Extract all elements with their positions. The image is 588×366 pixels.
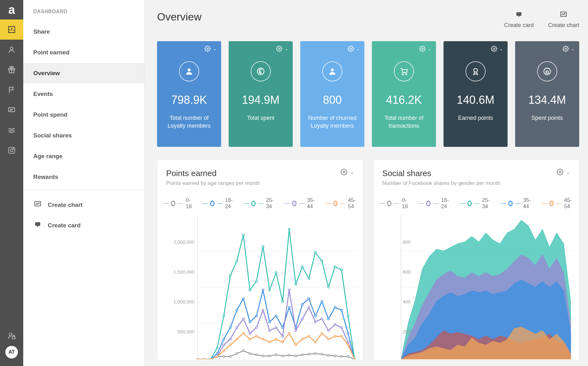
card-settings-button[interactable]: ⌄ — [276, 46, 288, 52]
legend-marker — [426, 201, 431, 206]
card-settings-button[interactable]: ⌄ — [204, 46, 217, 52]
panel-subtitle: Points earned by age ranges per month — [166, 180, 260, 186]
card-settings-button[interactable]: ⌄ — [348, 46, 360, 52]
panel-settings-button[interactable]: ⌄ — [340, 169, 354, 175]
sidebar-action-create-chart[interactable]: Create chart — [23, 195, 144, 215]
svg-point-139 — [229, 344, 231, 346]
svg-point-94 — [262, 246, 264, 247]
svg-point-55 — [334, 355, 336, 357]
legend-item[interactable]: ——45-54 — [325, 197, 357, 210]
flag-icon[interactable] — [0, 80, 23, 100]
svg-point-38 — [223, 356, 225, 358]
svg-point-18 — [350, 48, 352, 50]
y-tick: 400 — [382, 299, 411, 304]
card-label: Number of churned Loyalty members — [300, 114, 364, 130]
svg-point-80 — [334, 306, 336, 308]
card-settings-button[interactable]: ⌄ — [563, 46, 575, 52]
legend-item[interactable]: ——18-24 — [202, 197, 234, 210]
svg-point-90 — [236, 260, 238, 262]
svg-point-127 — [314, 321, 316, 323]
waves-icon[interactable] — [0, 120, 23, 140]
legend-label: 0-18 — [186, 197, 193, 210]
social-shares-panel: Social shares Number of Facebook shares … — [373, 159, 579, 361]
stat-card: ⌄416.2KTotal number of transactions — [372, 41, 436, 147]
legend-marker — [171, 201, 175, 206]
user-lock-icon[interactable] — [0, 326, 23, 346]
y-tick: 1,000,000 — [166, 299, 194, 304]
svg-point-51 — [308, 353, 310, 355]
svg-point-54 — [328, 354, 329, 356]
sidebar-item-share[interactable]: Share — [23, 21, 144, 42]
svg-point-151 — [308, 335, 310, 337]
svg-point-87 — [216, 347, 218, 349]
legend-item[interactable]: ——35-44 — [500, 197, 532, 210]
svg-point-14 — [207, 48, 209, 50]
dashboard-icon[interactable] — [0, 19, 23, 40]
svg-point-159 — [559, 171, 561, 173]
card-settings-button[interactable]: ⌄ — [419, 46, 432, 52]
legend-marker — [210, 201, 215, 206]
svg-point-41 — [242, 350, 244, 352]
svg-point-82 — [347, 332, 349, 334]
sidebar-item-events[interactable]: Events — [23, 84, 144, 104]
gift-icon[interactable] — [0, 60, 23, 80]
svg-point-67 — [249, 321, 251, 323]
sidebar-item-overview[interactable]: Overview — [23, 63, 144, 84]
legend-marker — [549, 201, 554, 206]
svg-point-102 — [314, 252, 316, 253]
legend-item[interactable]: ——45-54 — [542, 197, 573, 210]
panel-settings-button[interactable]: ⌄ — [557, 169, 570, 175]
svg-point-56 — [340, 356, 342, 358]
card-value: 194.9M — [242, 93, 280, 107]
svg-point-154 — [328, 338, 329, 340]
message-icon[interactable] — [0, 100, 23, 120]
sidebar-item-point-spend[interactable]: Point spend — [23, 104, 144, 125]
card-label: Total spent — [243, 114, 278, 122]
legend-item[interactable]: ——25-34 — [460, 197, 491, 210]
legend-item[interactable]: ——35-44 — [284, 197, 316, 210]
chevron-down-icon: ⌄ — [213, 46, 217, 52]
legend-label: 25-34 — [482, 197, 491, 210]
svg-point-50 — [301, 354, 303, 356]
svg-point-92 — [249, 289, 251, 291]
svg-point-8 — [9, 333, 12, 336]
legend-marker — [251, 201, 256, 206]
svg-point-132 — [347, 341, 349, 343]
svg-point-153 — [321, 332, 323, 334]
svg-point-15 — [188, 69, 190, 71]
panel-title: Points earned — [166, 169, 260, 178]
camera-icon[interactable] — [0, 140, 23, 160]
svg-point-44 — [262, 355, 264, 357]
legend-item[interactable]: ——18-24 — [418, 197, 450, 210]
svg-point-142 — [249, 338, 251, 340]
top-action-create-card[interactable]: Create card — [504, 11, 534, 29]
svg-point-107 — [347, 315, 349, 317]
svg-point-95 — [269, 289, 270, 291]
sidebar-item-point-earned[interactable]: Point earned — [23, 42, 144, 63]
svg-point-88 — [223, 315, 225, 317]
chevron-down-icon: ⌄ — [566, 169, 570, 175]
sidebar-item-rewards[interactable]: Rewards — [23, 167, 144, 187]
user-icon[interactable] — [0, 40, 23, 60]
legend-item[interactable]: ——0-18 — [379, 197, 409, 210]
panel-title: Social shares — [382, 169, 500, 178]
legend-item[interactable]: ——0-18 — [163, 197, 193, 210]
svg-point-48 — [288, 354, 290, 356]
legend-item[interactable]: ——25-34 — [243, 197, 275, 210]
svg-point-47 — [282, 355, 284, 357]
sidebar-item-age-range[interactable]: Age range — [23, 146, 144, 167]
sidebar-item-social-shares[interactable]: Social shares — [23, 125, 144, 146]
user-avatar[interactable]: AT — [5, 346, 18, 358]
sidebar-action-create-card[interactable]: Create card — [23, 215, 144, 236]
svg-point-66 — [242, 298, 244, 300]
svg-point-149 — [295, 344, 297, 346]
card-value: 134.4M — [528, 93, 566, 107]
page-title: Overview — [157, 11, 202, 23]
chevron-down-icon: ⌄ — [571, 46, 575, 52]
svg-point-6 — [10, 149, 13, 152]
y-tick: 2,000,000 — [166, 239, 194, 245]
medal-icon — [466, 61, 486, 81]
svg-point-46 — [275, 354, 277, 356]
top-action-create-chart[interactable]: Create chart — [548, 11, 579, 29]
card-settings-button[interactable]: ⌄ — [491, 46, 503, 52]
